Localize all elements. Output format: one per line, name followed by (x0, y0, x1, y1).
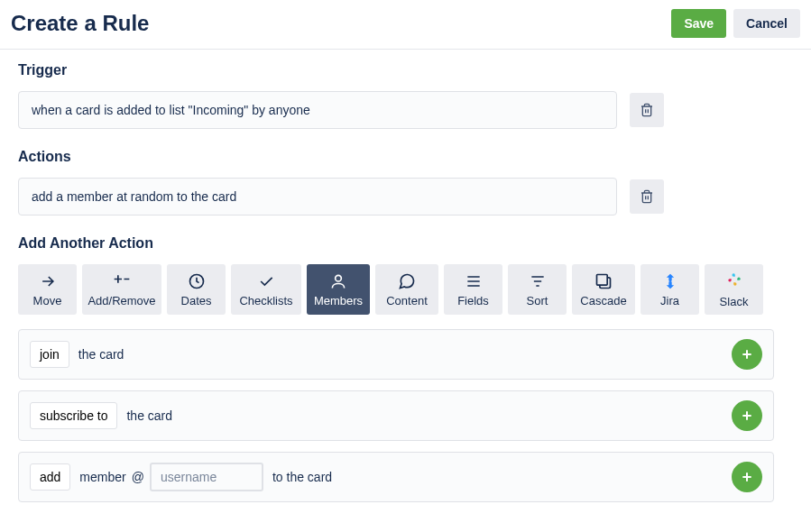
tab-label: Dates (181, 294, 212, 307)
actions-section-label: Actions (18, 149, 793, 165)
tab-label: Checklists (239, 294, 292, 307)
delete-trigger-button[interactable] (630, 93, 664, 127)
add-join-action-button[interactable] (732, 339, 762, 370)
header: Create a Rule Save Cancel (0, 0, 811, 50)
save-button[interactable]: Save (671, 9, 726, 38)
tab-label: Move (33, 294, 62, 307)
main-scroll[interactable]: Trigger when a card is added to list "In… (0, 50, 811, 532)
tab-content[interactable]: Content (375, 264, 438, 315)
tab-sort[interactable]: Sort (508, 264, 567, 315)
join-suffix-text: the card (78, 347, 124, 362)
check-icon (257, 272, 275, 290)
trigger-box[interactable]: when a card is added to list "Incoming" … (18, 91, 617, 129)
header-buttons: Save Cancel (671, 9, 800, 38)
tab-label: Content (386, 294, 428, 307)
tab-add-remove[interactable]: Add/Remove (82, 264, 161, 315)
tab-move[interactable]: Move (18, 264, 77, 315)
tab-label: Cascade (580, 294, 626, 307)
action-template-add-member: add member @ to the card (18, 452, 774, 502)
tab-label: Sort (527, 294, 548, 307)
tab-cascade[interactable]: Cascade (572, 264, 635, 315)
subscribe-pill[interactable]: subscribe to (30, 402, 117, 429)
trigger-row: when a card is added to list "Incoming" … (18, 91, 793, 129)
action-category-tabs: Move Add/Remove Dates Checklists Members… (18, 264, 793, 315)
add-subscribe-action-button[interactable] (732, 400, 762, 431)
action-template-subscribe: subscribe to the card (18, 390, 774, 441)
plus-icon (740, 347, 754, 362)
tab-fields[interactable]: Fields (444, 264, 502, 315)
plus-icon (740, 470, 754, 484)
subscribe-suffix-text: the card (126, 408, 172, 423)
filter-icon (529, 272, 547, 290)
join-pill[interactable]: join (30, 341, 69, 368)
svg-point-1 (336, 275, 342, 281)
cancel-button[interactable]: Cancel (733, 9, 800, 38)
at-symbol: @ (132, 470, 144, 484)
tab-label: Slack (720, 295, 749, 308)
add-member-suffix-text: to the card (272, 470, 332, 484)
trash-icon (640, 103, 654, 117)
trigger-section-label: Trigger (18, 62, 793, 78)
tab-members[interactable]: Members (307, 264, 370, 315)
svg-rect-2 (597, 274, 608, 285)
tab-label: Add/Remove (88, 294, 155, 307)
action-box[interactable]: add a member at random to the card (18, 178, 617, 216)
tab-checklists[interactable]: Checklists (231, 264, 301, 315)
plus-icon (740, 408, 754, 423)
tab-dates[interactable]: Dates (167, 264, 226, 315)
tab-label: Jira (660, 294, 679, 307)
plus-minus-icon (113, 272, 131, 290)
arrow-right-icon (39, 272, 57, 290)
speech-bubble-icon (398, 272, 416, 290)
page-title: Create a Rule (11, 11, 149, 36)
jira-icon (661, 272, 679, 290)
person-icon (329, 272, 347, 290)
tab-slack[interactable]: Slack (705, 264, 763, 315)
add-member-pill[interactable]: add (30, 463, 70, 491)
username-input[interactable] (150, 463, 263, 491)
delete-action-button[interactable] (630, 179, 664, 214)
slack-icon (725, 271, 743, 291)
list-icon (465, 272, 483, 290)
tab-jira[interactable]: Jira (641, 264, 699, 315)
add-another-section-label: Add Another Action (18, 235, 793, 252)
trash-icon (640, 189, 654, 204)
tab-label: Members (314, 294, 363, 307)
clock-icon (188, 272, 206, 290)
action-row: add a member at random to the card (18, 178, 793, 216)
add-member-mid-text: member (79, 470, 125, 484)
add-addmember-action-button[interactable] (732, 462, 762, 492)
action-template-join: join the card (18, 329, 774, 380)
cascade-icon (594, 272, 613, 290)
tab-label: Fields (457, 294, 489, 307)
